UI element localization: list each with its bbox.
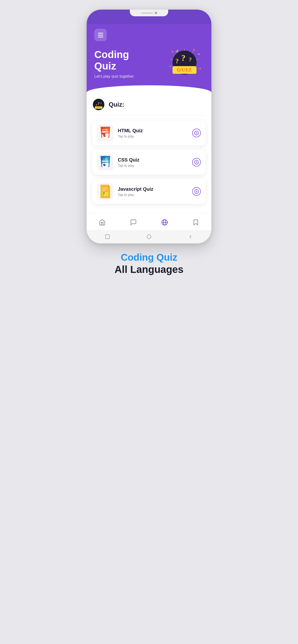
section-header: ? ? ? QUIZ Quiz: xyxy=(92,92,206,116)
promo-line1: Coding Quiz xyxy=(114,252,183,263)
android-back-btn[interactable] xyxy=(187,233,194,240)
svg-marker-5 xyxy=(193,48,195,50)
svg-text:.js: .js xyxy=(103,194,104,196)
promo-text: Coding Quiz All Languages xyxy=(114,252,183,275)
nav-bookmark[interactable] xyxy=(189,217,203,228)
js-quiz-info: Javascript Quiz Tap to play xyxy=(118,186,192,197)
js-quiz-card[interactable]: JS .js Javascript Quiz Tap to play xyxy=(92,179,206,204)
svg-text:?: ? xyxy=(98,102,100,106)
svg-text:HTML: HTML xyxy=(102,129,108,131)
js-quiz-icon-wrapper: JS .js xyxy=(97,183,113,200)
css-quiz-card[interactable]: CSS CSS Quiz Tap to play xyxy=(92,150,206,175)
svg-text:?: ? xyxy=(181,53,186,63)
css-quiz-title: CSS Quiz xyxy=(118,157,192,163)
html-quiz-info: HTML Quiz Tap to play xyxy=(118,128,192,138)
header-text: Coding Quiz Let's play quiz together. xyxy=(94,49,135,79)
js-quiz-arrow[interactable] xyxy=(192,187,201,196)
nav-explore[interactable] xyxy=(158,217,172,228)
svg-text:QUIZ: QUIZ xyxy=(96,106,101,109)
divider xyxy=(92,116,206,116)
svg-text:JS: JS xyxy=(103,192,105,194)
notch xyxy=(130,10,168,16)
header-content: Coding Quiz Let's play quiz together. xyxy=(94,47,204,80)
svg-marker-27 xyxy=(102,131,105,132)
app-subtitle: Let's play quiz together. xyxy=(94,74,135,78)
nav-chat[interactable] xyxy=(126,217,140,228)
css-quiz-subtitle: Tap to play xyxy=(118,164,192,168)
svg-line-7 xyxy=(192,50,194,53)
svg-point-39 xyxy=(195,160,199,164)
svg-point-3 xyxy=(199,68,201,70)
svg-point-1 xyxy=(198,54,200,55)
svg-rect-50 xyxy=(105,235,109,239)
html-quiz-icon-wrapper: HTML xyxy=(97,125,113,141)
svg-marker-4 xyxy=(176,49,179,52)
phone-frame: Coding Quiz Let's play quiz together. xyxy=(87,10,211,244)
html-quiz-title: HTML Quiz xyxy=(118,128,192,134)
hamburger-icon xyxy=(98,33,103,38)
menu-button[interactable] xyxy=(94,29,107,41)
quiz-logo: ? ? ? QUIZ xyxy=(165,47,204,80)
promo-line2: All Languages xyxy=(114,264,183,275)
svg-text:CSS: CSS xyxy=(103,158,108,160)
nav-home[interactable] xyxy=(95,217,109,228)
svg-text:?: ? xyxy=(100,102,102,105)
svg-point-46 xyxy=(195,190,199,194)
css-quiz-icon-wrapper: CSS xyxy=(97,154,113,170)
html-quiz-card[interactable]: HTML HTML Quiz Tap to play xyxy=(92,120,206,146)
app-title: Coding Quiz xyxy=(94,49,135,72)
notch-dot xyxy=(155,12,157,14)
main-content: ? ? ? QUIZ Quiz: HTML xyxy=(87,92,211,213)
header-section: Coding Quiz Let's play quiz together. xyxy=(87,24,211,92)
js-quiz-subtitle: Tap to play xyxy=(118,193,192,197)
svg-point-2 xyxy=(169,66,171,67)
svg-point-31 xyxy=(195,131,199,135)
svg-text:QUIZ: QUIZ xyxy=(177,66,192,72)
svg-text:?: ? xyxy=(96,104,97,107)
phone-top xyxy=(87,10,211,24)
svg-point-51 xyxy=(147,235,151,239)
svg-text:?: ? xyxy=(189,56,192,62)
svg-text:?: ? xyxy=(175,57,179,65)
svg-marker-35 xyxy=(102,160,109,162)
svg-point-0 xyxy=(172,51,174,53)
html-quiz-arrow[interactable] xyxy=(192,129,201,137)
css-quiz-info: CSS Quiz Tap to play xyxy=(118,157,192,168)
svg-marker-28 xyxy=(105,131,109,132)
bottom-nav xyxy=(87,213,211,230)
css-quiz-arrow[interactable] xyxy=(192,158,201,166)
android-home-btn[interactable] xyxy=(146,233,152,240)
section-quiz-icon: ? ? ? QUIZ xyxy=(92,98,105,111)
notch-pill xyxy=(141,12,153,14)
android-nav xyxy=(87,230,211,244)
android-recent-btn[interactable] xyxy=(104,233,111,240)
section-title: Quiz: xyxy=(109,101,124,108)
html-quiz-subtitle: Tap to play xyxy=(118,134,192,138)
js-quiz-title: Javascript Quiz xyxy=(118,186,192,192)
